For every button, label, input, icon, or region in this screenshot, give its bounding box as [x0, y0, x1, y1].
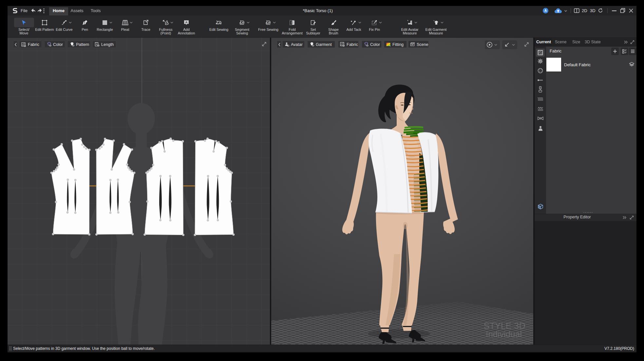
svg-text:A: A: [185, 21, 188, 24]
svg-text:Individual: Individual: [486, 329, 522, 339]
